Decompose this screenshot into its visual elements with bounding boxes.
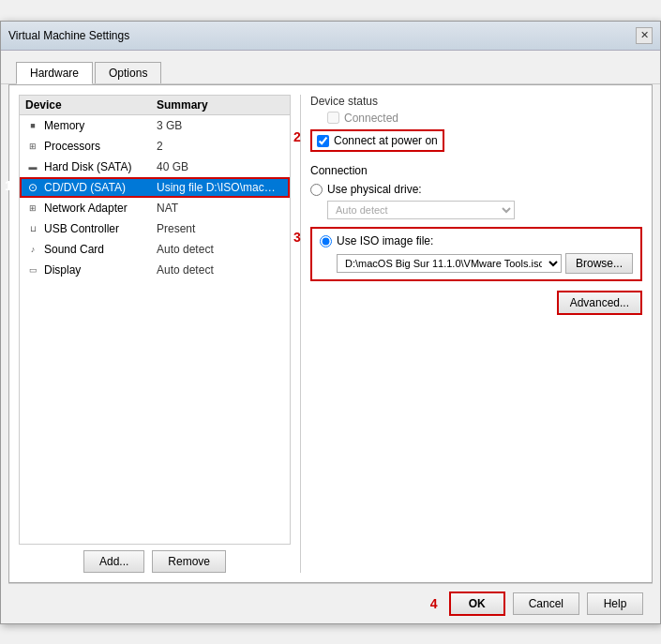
device-name-display: ▭ Display — [25, 263, 157, 277]
iso-label: Use ISO image file: — [337, 234, 433, 247]
annotation-2: 2 — [293, 130, 301, 143]
tabs-bar: Hardware Options — [1, 51, 660, 84]
usb-icon: ⊔ — [25, 223, 40, 234]
connected-checkbox[interactable] — [327, 112, 339, 124]
left-panel-buttons: Add... Remove — [19, 550, 291, 573]
connect-power-wrapper: 2 Connect at power on — [310, 129, 444, 155]
browse-button[interactable]: Browse... — [565, 253, 633, 274]
tab-options[interactable]: Options — [95, 62, 161, 83]
table-row-usb[interactable]: ⊔ USB Controller Present — [20, 218, 290, 239]
remove-button[interactable]: Remove — [152, 550, 226, 573]
main-panel: Device Summary ■ Memory 3 GB — [8, 84, 653, 583]
iso-section-wrapper: 3 Use ISO image file: D:\macOS Big Sur 1… — [310, 227, 642, 281]
device-name-cdvd: ⊙ CD/DVD (SATA) — [25, 181, 157, 194]
table-row-hard-disk[interactable]: ▬ Hard Disk (SATA) 40 GB — [20, 157, 290, 177]
table-row-processors[interactable]: ⊞ Processors 2 — [20, 136, 290, 157]
footer-bar: 4 OK Cancel Help — [8, 583, 653, 623]
physical-drive-radio[interactable] — [310, 184, 323, 196]
device-status-label: Device status — [310, 95, 642, 108]
col-device-header: Device — [25, 98, 157, 112]
annotation-3: 3 — [293, 231, 301, 244]
iso-radio[interactable] — [320, 235, 332, 247]
iso-path-select[interactable]: D:\macOS Big Sur 11.1.0\VMware Tools.iso — [337, 254, 562, 273]
device-name-memory: ■ Memory — [25, 119, 157, 132]
cdvd-icon: ⊙ — [25, 182, 40, 193]
connection-title: Connection — [310, 164, 642, 177]
virtual-machine-settings-window: Virtual Machine Settings ✕ Hardware Opti… — [0, 21, 661, 624]
close-button[interactable]: ✕ — [636, 27, 653, 44]
auto-detect-select-row: Auto detect — [327, 201, 642, 219]
panels-wrapper: Device Summary ■ Memory 3 GB — [9, 85, 652, 582]
connected-text: Connected — [327, 112, 642, 127]
window-title: Virtual Machine Settings — [8, 29, 129, 42]
add-button[interactable]: Add... — [83, 550, 144, 573]
display-icon: ▭ — [25, 264, 40, 276]
connection-section: Connection Use physical drive: Auto dete… — [310, 164, 642, 315]
connected-label: Connected — [344, 112, 398, 125]
ok-button[interactable]: OK — [449, 592, 505, 616]
processors-icon: ⊞ — [25, 141, 40, 152]
device-name-sound: ♪ Sound Card — [25, 243, 157, 256]
network-icon: ⊞ — [25, 202, 40, 214]
table-row-display[interactable]: ▭ Display Auto detect — [20, 260, 290, 280]
left-panel: Device Summary ■ Memory 3 GB — [19, 95, 291, 573]
device-name-usb: ⊔ USB Controller — [25, 222, 157, 235]
auto-detect-select[interactable]: Auto detect — [327, 201, 515, 219]
annotation-4: 4 — [430, 597, 438, 610]
table-row-memory[interactable]: ■ Memory 3 GB — [20, 115, 290, 136]
advanced-wrapper: Advanced... — [310, 291, 642, 315]
iso-file-row: D:\macOS Big Sur 11.1.0\VMware Tools.iso… — [337, 253, 633, 274]
physical-drive-row: Use physical drive: — [310, 183, 642, 196]
memory-icon: ■ — [25, 120, 40, 131]
tab-hardware[interactable]: Hardware — [16, 62, 93, 84]
col-summary-header: Summary — [157, 98, 284, 112]
footer-right: 4 OK Cancel Help — [430, 592, 643, 616]
connect-power-row: Connect at power on — [310, 129, 444, 152]
connect-power-label: Connect at power on — [334, 134, 438, 147]
panel-divider — [300, 95, 301, 573]
physical-drive-label: Use physical drive: — [327, 183, 422, 196]
annotation-1: 1 — [5, 179, 12, 192]
device-name-network: ⊞ Network Adapter — [25, 202, 157, 215]
device-name-processors: ⊞ Processors — [25, 140, 157, 153]
cancel-button[interactable]: Cancel — [513, 592, 579, 615]
device-name-hard-disk: ▬ Hard Disk (SATA) — [25, 160, 157, 173]
right-panel: Device status Connected 2 Connect at pow… — [310, 95, 642, 573]
tab-list: Hardware Options — [8, 56, 653, 83]
table-row-cdvd[interactable]: ⊙ CD/DVD (SATA) Using file D:\ISO\macOS … — [20, 177, 290, 198]
help-button[interactable]: Help — [587, 592, 643, 615]
iso-section: Use ISO image file: D:\macOS Big Sur 11.… — [310, 227, 642, 281]
iso-radio-row: Use ISO image file: — [320, 234, 633, 247]
connect-power-checkbox[interactable] — [317, 135, 329, 147]
table-row-network[interactable]: ⊞ Network Adapter NAT — [20, 198, 290, 218]
advanced-button[interactable]: Advanced... — [557, 291, 642, 315]
hard-disk-icon: ▬ — [25, 161, 40, 172]
table-header: Device Summary — [20, 96, 290, 115]
title-bar: Virtual Machine Settings ✕ — [1, 22, 660, 51]
device-table: Device Summary ■ Memory 3 GB — [19, 95, 291, 545]
table-row-sound[interactable]: ♪ Sound Card Auto detect — [20, 239, 290, 260]
sound-icon: ♪ — [25, 244, 40, 255]
device-status-section: Device status Connected 2 Connect at pow… — [310, 95, 642, 156]
